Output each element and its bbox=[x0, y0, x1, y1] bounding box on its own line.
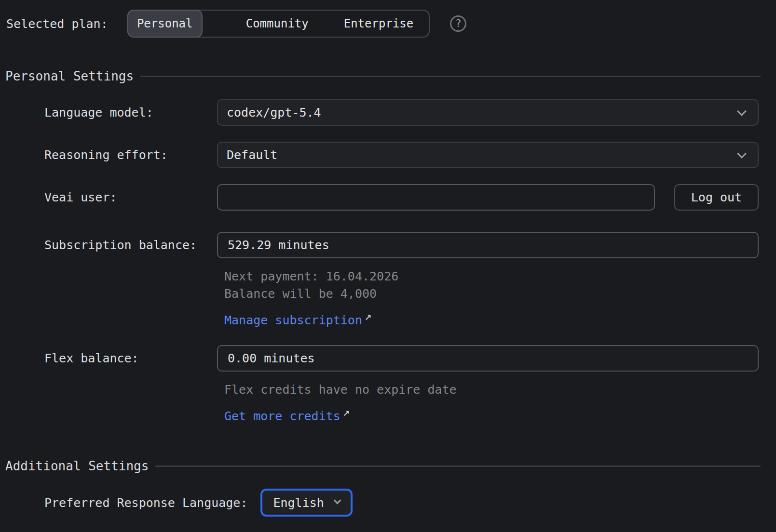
reasoning-effort-value: Default bbox=[227, 148, 277, 162]
next-payment-text: Next payment: 16.04.2026 bbox=[224, 268, 759, 285]
external-link-icon: ↗ bbox=[343, 403, 350, 421]
language-model-row: Language model: codex/gpt-5.4 bbox=[44, 99, 759, 126]
additional-settings-header: Additional Settings bbox=[0, 459, 776, 473]
section-divider bbox=[155, 466, 761, 467]
personal-settings-form: Language model: codex/gpt-5.4 Reasoning … bbox=[0, 99, 776, 425]
personal-settings-header: Personal Settings bbox=[0, 69, 776, 83]
personal-settings-title: Personal Settings bbox=[5, 69, 134, 83]
subscription-balance-value-field: 529.29 minutes bbox=[217, 232, 759, 258]
flex-balance-value: 0.00 minutes bbox=[228, 351, 315, 365]
preferred-language-select[interactable]: English bbox=[260, 489, 352, 517]
manage-subscription-link[interactable]: Manage subscription bbox=[224, 313, 362, 327]
external-link-icon: ↗ bbox=[365, 307, 371, 325]
chevron-down-icon bbox=[737, 106, 747, 116]
flex-balance-hints: Flex credits have no expire date Get mor… bbox=[217, 381, 759, 425]
chevron-down-icon bbox=[737, 149, 747, 159]
preferred-language-row: Preferred Response Language: English bbox=[0, 489, 776, 517]
plan-option-community[interactable]: Community bbox=[246, 17, 309, 30]
question-mark-glyph: ? bbox=[455, 18, 462, 29]
preferred-language-value: English bbox=[273, 496, 324, 510]
section-divider bbox=[140, 76, 761, 77]
reasoning-effort-row: Reasoning effort: Default bbox=[44, 142, 759, 168]
selected-plan-label: Selected plan: bbox=[6, 17, 108, 31]
reasoning-effort-label: Reasoning effort: bbox=[44, 142, 217, 168]
plan-option-personal[interactable]: Personal bbox=[127, 10, 203, 38]
flex-credits-note: Flex credits have no expire date bbox=[224, 381, 759, 399]
preferred-language-label: Preferred Response Language: bbox=[44, 496, 247, 510]
get-more-credits-link[interactable]: Get more credits bbox=[224, 409, 340, 423]
flex-balance-row: Flex balance: 0.00 minutes Flex credits … bbox=[44, 345, 759, 425]
language-model-select[interactable]: codex/gpt-5.4 bbox=[217, 99, 759, 126]
veai-user-row: Veai user: Log out bbox=[44, 184, 759, 211]
plan-segmented-control: Personal Community Enterprise bbox=[127, 10, 430, 38]
subscription-balance-row: Subscription balance: 529.29 minutes Nex… bbox=[44, 232, 759, 329]
veai-user-input[interactable] bbox=[217, 184, 655, 211]
reasoning-effort-select[interactable]: Default bbox=[217, 142, 759, 168]
veai-user-label: Veai user: bbox=[44, 184, 217, 211]
language-model-value: codex/gpt-5.4 bbox=[227, 106, 321, 120]
plan-selector-row: Selected plan: Personal Community Enterp… bbox=[0, 0, 776, 38]
subscription-balance-value: 529.29 minutes bbox=[228, 238, 329, 252]
chevron-down-icon bbox=[334, 496, 341, 504]
plan-option-enterprise[interactable]: Enterprise bbox=[344, 17, 414, 30]
subscription-balance-label: Subscription balance: bbox=[44, 232, 217, 258]
language-model-label: Language model: bbox=[44, 99, 217, 126]
balance-note-text: Balance will be 4,000 bbox=[224, 285, 759, 303]
log-out-button[interactable]: Log out bbox=[674, 184, 759, 211]
additional-settings-title: Additional Settings bbox=[5, 459, 149, 473]
subscription-hints: Next payment: 16.04.2026 Balance will be… bbox=[217, 268, 759, 329]
flex-balance-value-field: 0.00 minutes bbox=[217, 345, 759, 372]
help-icon[interactable]: ? bbox=[450, 15, 466, 32]
flex-balance-label: Flex balance: bbox=[44, 345, 217, 372]
